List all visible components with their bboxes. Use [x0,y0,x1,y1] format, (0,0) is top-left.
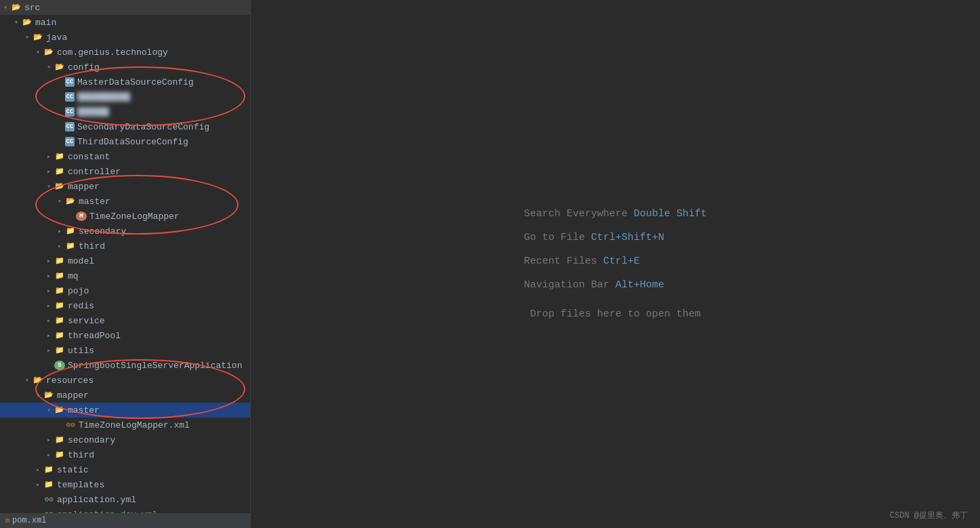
tree-item-controller[interactable]: controller [0,164,250,179]
tree-item-resources[interactable]: resources [0,373,250,388]
tree-item-model[interactable]: model [0,253,250,268]
label-pojo: pojo [68,286,89,296]
tree-item-application.yml[interactable]: ⚙application.yml [0,492,250,507]
label-mapper-res: mapper [57,390,89,401]
tree-item-mq[interactable]: mq [0,268,250,283]
icon-service [54,315,65,326]
tree-item-java[interactable]: java [0,30,250,45]
label-threadPool: threadPool [68,331,121,341]
label-model: model [68,256,94,266]
label-SecondaryDataSourceConfig: SecondaryDataSourceConfig [77,122,209,132]
icon-SpringbootSingleServerApplication [54,361,65,370]
tree-item-main[interactable]: main [0,15,250,30]
tree-item-redis[interactable]: redis [0,298,250,313]
tree-item-third-java[interactable]: third [0,239,250,253]
tree-item-blurred1[interactable]: C██████████ [0,89,250,104]
icon-resources [33,375,43,386]
icon-mq [54,270,65,281]
tree-item-static[interactable]: static [0,462,250,477]
shortcut-row: Search Everywhere Double Shift [524,208,707,220]
icon-constant [54,151,65,162]
tree-item-master-java[interactable]: master [0,194,250,209]
tree-item-templates[interactable]: templates [0,477,250,492]
label-main: main [35,18,56,28]
label-secondary-res: secondary [68,435,115,445]
tree-arrow-redis [43,302,54,310]
label-mq: mq [68,271,79,281]
label-templates: templates [57,480,104,490]
tree-item-threadPool[interactable]: threadPool [0,328,250,343]
pom-label[interactable]: pom.xml [12,516,46,525]
icon-controller [54,166,65,177]
icon-SecondaryDataSourceConfig: C [65,122,75,131]
tree-arrow-static [33,466,43,474]
tree-item-TimeZoneLogMapper[interactable]: TimeZoneLogMapper [0,209,250,224]
icon-master-res [54,405,65,415]
tree-arrow-constant [43,153,54,161]
label-java: java [46,33,67,43]
label-redis: redis [68,301,94,311]
label-application.yml: application.yml [57,495,136,505]
shortcut-key: Ctrl+Shift+N [591,232,664,243]
tree-item-secondary-java[interactable]: secondary [0,224,250,239]
icon-mapper [54,181,65,192]
file-tree[interactable]: srcmainjavacom.genius.technologyconfigCM… [0,0,251,528]
tree-item-utils[interactable]: utils [0,343,250,358]
icon-master-java [65,196,76,207]
tree-item-pojo[interactable]: pojo [0,283,250,298]
tree-item-constant[interactable]: constant [0,149,250,164]
icon-MasterDataSourceConfig: C [65,77,75,87]
icon-third-java [65,241,76,251]
tree-item-blurred2[interactable]: C██████ [0,104,250,119]
tree-item-master-res[interactable]: master [0,403,250,418]
tree-item-secondary-res[interactable]: secondary [0,432,250,447]
tree-item-src[interactable]: src [0,0,250,15]
shortcut-row: Navigation Bar Alt+Home [524,279,707,291]
label-SpringbootSingleServerApplication: SpringbootSingleServerApplication [68,361,242,371]
label-static: static [57,465,89,475]
shortcuts-panel: Search Everywhere Double ShiftGo to File… [524,208,707,303]
tree-arrow-secondary-java [54,227,65,235]
tree-item-mapper[interactable]: mapper [0,179,250,194]
tree-item-MasterDataSourceConfig[interactable]: CMasterDataSourceConfig [0,75,250,89]
tree-arrow-threadPool [43,331,54,340]
shortcut-label: Navigation Bar [524,279,615,291]
tree-arrow-service [43,317,54,325]
label-src: src [24,3,40,13]
tree-item-com.genius.technology[interactable]: com.genius.technology [0,45,250,60]
shortcut-label: Recent Files [524,256,603,267]
tree-arrow-main [11,18,22,26]
tree-item-SecondaryDataSourceConfig[interactable]: CSecondaryDataSourceConfig [0,119,250,134]
tree-arrow-com.genius.technology [33,48,43,56]
label-utils: utils [68,346,94,356]
tree-item-third-res[interactable]: third [0,447,250,462]
tree-item-TimeZoneLogMapper.xml[interactable]: ⚙TimeZoneLogMapper.xml [0,418,250,432]
icon-redis [54,300,65,311]
label-config: config [68,62,100,73]
label-service: service [68,316,105,326]
shortcut-row: Go to File Ctrl+Shift+N [524,232,707,243]
label-MasterDataSourceConfig: MasterDataSourceConfig [77,77,194,87]
tree-item-service[interactable]: service [0,313,250,328]
tree-arrow-master-res [43,406,54,414]
shortcut-key: Ctrl+E [603,256,640,267]
icon-ThirdDataSourceConfig: C [65,137,75,146]
icon-secondary-java [65,226,76,237]
tree-item-SpringbootSingleServerApplication[interactable]: SpringbootSingleServerApplication [0,358,250,373]
main-editor-area: Search Everywhere Double ShiftGo to File… [251,0,980,528]
label-resources: resources [46,375,94,386]
tree-arrow-config [43,63,54,71]
label-third-java: third [79,241,105,251]
tree-item-ThirdDataSourceConfig[interactable]: CThirdDataSourceConfig [0,134,250,149]
tree-arrow-third-java [54,242,65,250]
label-controller: controller [68,167,121,177]
tree-arrow-mq [43,272,54,280]
tree-item-config[interactable]: config [0,60,250,75]
icon-templates [43,479,54,490]
label-master-res: master [68,405,100,415]
icon-third-res [54,449,65,460]
icon-src [11,2,22,13]
shortcut-label: Search Everywhere [524,208,634,220]
label-third-res: third [68,450,94,460]
tree-item-mapper-res[interactable]: mapper [0,388,250,403]
